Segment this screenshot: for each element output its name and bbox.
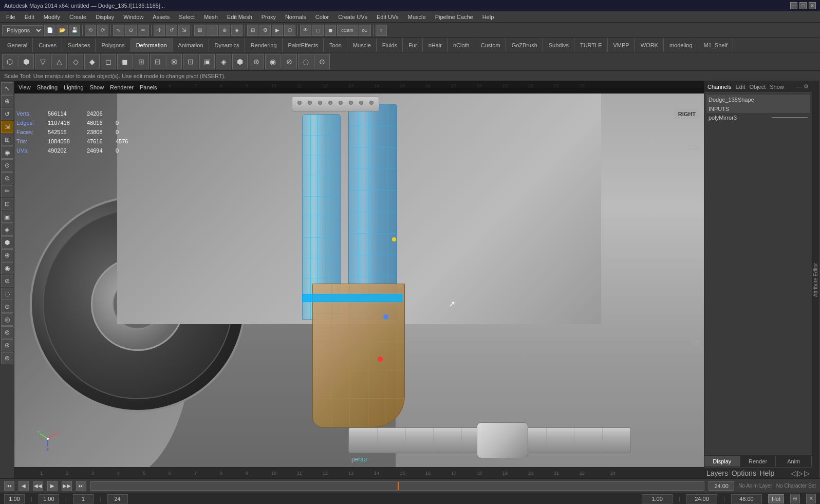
render-settings-btn[interactable]: ⚙ [259, 25, 271, 36]
bs-field-4[interactable] [107, 494, 128, 503]
lt-move-btn[interactable]: ⊕ [1, 95, 13, 107]
lt-scale-btn[interactable]: ⇲ [1, 121, 13, 133]
menu-muscle[interactable]: Muscle [404, 13, 430, 21]
snap-grid-btn[interactable]: ⊞ [194, 25, 206, 36]
channels-tab[interactable]: Channels [707, 84, 731, 90]
shelf-icon-18[interactable]: ⊘ [282, 54, 297, 69]
shelf-tab-custom[interactable]: Custom [476, 38, 506, 52]
shelf-tab-surfaces[interactable]: Surfaces [63, 38, 96, 52]
shelf-icon-16[interactable]: ⊕ [249, 54, 264, 69]
lt-icon-20[interactable]: ⊚ [1, 326, 13, 339]
timeline-current-frame[interactable] [709, 481, 734, 491]
bs-hot-item[interactable]: Hot [768, 494, 784, 503]
vp-menu-renderer[interactable]: Renderer [110, 84, 134, 90]
cc-btn[interactable]: cC [359, 25, 371, 36]
shelf-icon-5[interactable]: ◇ [68, 54, 83, 69]
shelf-icon-6[interactable]: ◆ [84, 54, 100, 69]
shelf-tab-animation[interactable]: Animation [173, 38, 209, 52]
show-hide-btn[interactable]: 👁 [300, 25, 311, 36]
tl-prev-btn[interactable]: ◀ [18, 481, 29, 491]
bs-field-3[interactable] [73, 494, 94, 503]
bs-close-btn[interactable]: ✕ [806, 494, 816, 503]
lt-icon-22[interactable]: ⊜ [1, 352, 13, 364]
snap-surface-btn[interactable]: ◈ [231, 25, 243, 36]
lt-paint-btn[interactable]: ✏ [1, 185, 13, 197]
shelf-icon-1[interactable]: ⬡ [2, 54, 17, 69]
shelf-icon-7[interactable]: ◻ [101, 54, 116, 69]
panel-options[interactable]: ⚙ [804, 83, 809, 90]
lt-universal-btn[interactable]: ⊞ [1, 134, 13, 146]
bs-field-1[interactable] [4, 494, 25, 503]
lt-soft-btn[interactable]: ◉ [1, 146, 13, 159]
bs-field-zoom[interactable] [642, 494, 673, 503]
save-scene-btn[interactable]: 💾 [69, 25, 80, 36]
tl-back-btn[interactable]: ◀◀ [33, 481, 43, 491]
vp-menu-view[interactable]: View [18, 84, 31, 90]
lt-icon-21[interactable]: ⊛ [1, 339, 13, 351]
ipr-btn[interactable]: ▶ [272, 25, 283, 36]
shelf-icon-19[interactable]: ◌ [298, 54, 313, 69]
menu-edit-uvs[interactable]: Edit UVs [372, 13, 403, 21]
bs-field-2[interactable] [39, 494, 59, 503]
shelf-tab-vmpp[interactable]: VMPP [608, 38, 635, 52]
lt-select-btn[interactable]: ↖ [1, 82, 13, 95]
menu-color[interactable]: Color [311, 13, 333, 21]
menu-modify[interactable]: Modify [40, 13, 64, 21]
snap-curve-btn[interactable]: ⌒ [207, 25, 218, 36]
shelf-tab-rendering[interactable]: Rendering [246, 38, 283, 52]
shelf-tab-polygons[interactable]: Polygons [96, 38, 130, 52]
redo-btn[interactable]: ⟳ [97, 25, 108, 36]
minimize-button[interactable]: — [790, 2, 797, 9]
lt-icon-15[interactable]: ◉ [1, 262, 13, 274]
shelf-tab-muscle[interactable]: Muscle [348, 38, 377, 52]
lt-icon-12[interactable]: ◈ [1, 223, 13, 236]
lt-icon-11[interactable]: ▣ [1, 211, 13, 223]
lt-icon-10[interactable]: ⊡ [1, 198, 13, 210]
extras-btn[interactable]: ≡ [376, 25, 387, 36]
snap-point-btn[interactable]: ⊕ [219, 25, 230, 36]
menu-select[interactable]: Select [175, 13, 199, 21]
lt-show-manip-btn[interactable]: ⊙ [1, 159, 13, 172]
tl-start-btn[interactable]: ⏮ [4, 481, 14, 491]
shelf-tab-dynamics[interactable]: Dynamics [210, 38, 245, 52]
tl-play-btn[interactable]: ▶ [47, 481, 58, 491]
menu-proxy[interactable]: Proxy [257, 13, 280, 21]
shelf-icon-9[interactable]: ⊞ [134, 54, 149, 69]
shelf-icon-8[interactable]: ◼ [117, 54, 133, 69]
viewport[interactable]: 1 2 3 4 5 6 7 8 9 10 11 12 13 14 15 16 1… [14, 81, 704, 478]
rp-nav-btn[interactable]: ▷ [804, 469, 810, 477]
shelf-tab-subdivs[interactable]: Subdivs [544, 38, 574, 52]
ccam-btn[interactable]: cCam [337, 25, 358, 36]
attribute-editor-label[interactable]: Attribute Editor [812, 81, 820, 478]
display-tab[interactable]: Display [704, 456, 740, 466]
shelf-icon-13[interactable]: ▣ [199, 54, 215, 69]
shelf-tab-general[interactable]: General [2, 38, 33, 52]
select-btn[interactable]: ↖ [113, 25, 124, 36]
render-tab[interactable]: Render [740, 456, 776, 466]
show-tab[interactable]: Show [770, 84, 784, 90]
lt-icon-19[interactable]: ◎ [1, 313, 13, 326]
shelf-tab-fluids[interactable]: Fluids [377, 38, 403, 52]
shelf-icon-4[interactable]: △ [51, 54, 67, 69]
rotate-btn[interactable]: ↺ [166, 25, 177, 36]
vp-menu-lighting[interactable]: Lighting [64, 84, 84, 90]
move-btn[interactable]: ✛ [154, 25, 165, 36]
shelf-icon-20[interactable]: ⊙ [314, 54, 330, 69]
new-scene-btn[interactable]: 📄 [44, 25, 55, 36]
menu-display[interactable]: Display [91, 13, 118, 21]
paint-btn[interactable]: ✏ [138, 25, 149, 36]
panel-minimize[interactable]: — [796, 83, 802, 90]
vp-menu-shading[interactable]: Shading [37, 84, 58, 90]
lt-icon-13[interactable]: ⬢ [1, 236, 13, 249]
poly-mirror-item[interactable]: polyMirror3 [706, 114, 810, 121]
scale-btn[interactable]: ⇲ [178, 25, 190, 36]
mode-dropdown[interactable]: Polygons Surfaces Animation Dynamics [2, 25, 43, 35]
menu-mesh[interactable]: Mesh [200, 13, 222, 21]
lt-icon-18[interactable]: ⊙ [1, 301, 13, 313]
bs-field-start[interactable] [686, 494, 717, 503]
shelf-tab-nhair[interactable]: nHair [423, 38, 448, 52]
shelf-tab-gozbrush[interactable]: GoZBrush [507, 38, 543, 52]
tl-end-btn[interactable]: ⏭ [76, 481, 86, 491]
lt-icon-16[interactable]: ⊘ [1, 275, 13, 287]
lt-icon-14[interactable]: ⊕ [1, 249, 13, 262]
